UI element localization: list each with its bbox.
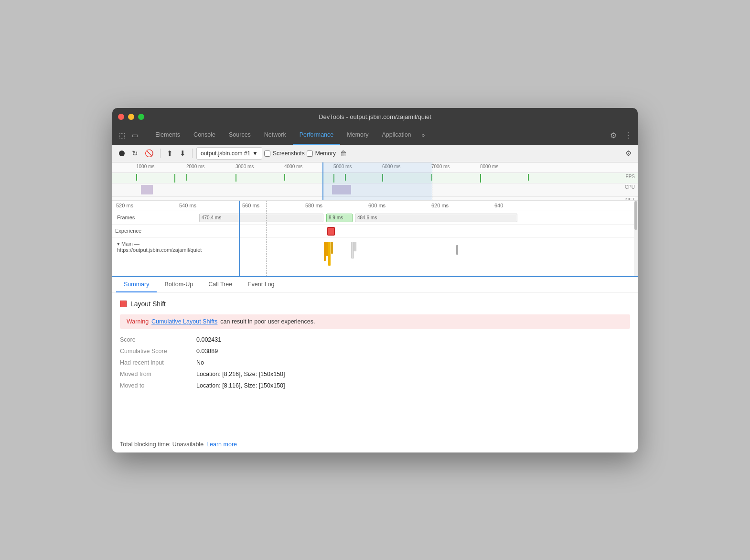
url-text: output.jsbin.com #1 (201, 150, 250, 157)
tab-network[interactable]: Network (257, 126, 293, 145)
detail-label-540: 540 ms (179, 203, 196, 208)
screenshots-checkbox[interactable] (264, 151, 270, 157)
tab-bar: ⬚ ▭ Elements Console Sources Network Per… (112, 126, 638, 145)
memory-checkbox-label[interactable]: Memory (307, 150, 336, 157)
fps-tick (333, 174, 334, 183)
score-item: Score 0.002431 (120, 336, 630, 343)
fps-tick (345, 174, 346, 181)
net-track: NET (112, 197, 638, 201)
ruler-label-8000: 8000 ms (480, 164, 498, 169)
detail-timeline: 520 ms 540 ms 560 ms 580 ms 600 ms 620 m… (112, 201, 638, 277)
devtools-window: DevTools - output.jsbin.com/zajamil/quie… (112, 108, 638, 452)
frame-bar-1: 470.4 ms (199, 214, 323, 222)
main-row-content (198, 238, 638, 276)
cpu-bar (141, 185, 153, 194)
fps-track: FPS (112, 173, 638, 183)
overview-track[interactable]: 1000 ms 2000 ms 3000 ms 4000 ms 5000 ms … (112, 162, 638, 201)
screenshots-label: Screenshots (273, 150, 305, 157)
ruler-label-2000: 2000 ms (186, 164, 204, 169)
cumulative-layout-shifts-link[interactable]: Cumulative Layout Shifts (151, 318, 217, 325)
download-button[interactable]: ⬇ (177, 148, 188, 159)
detail-label-600: 600 ms (368, 203, 386, 208)
overview-ruler: 1000 ms 2000 ms 3000 ms 4000 ms 5000 ms … (112, 162, 638, 173)
tab-console[interactable]: Console (187, 126, 222, 145)
net-label: NET (625, 197, 635, 201)
screenshots-checkbox-label[interactable]: Screenshots (264, 150, 305, 157)
maximize-button[interactable] (138, 114, 144, 120)
minimize-button[interactable] (128, 114, 134, 120)
memory-checkbox[interactable] (307, 151, 313, 157)
fps-tick (186, 174, 187, 181)
frame-bar-2: 8.9 ms (326, 214, 353, 222)
cumulative-value: 0.03889 (196, 348, 218, 355)
experience-content (198, 225, 638, 237)
clear-button[interactable]: 🚫 (142, 148, 156, 159)
reload-button[interactable]: ↻ (129, 148, 140, 159)
record-button[interactable] (116, 149, 128, 158)
warning-text: can result in poor user experiences. (220, 318, 315, 325)
tab-event-log[interactable]: Event Log (240, 277, 282, 292)
tab-more[interactable]: » (418, 132, 429, 139)
fps-tick (431, 174, 432, 181)
device-icon[interactable]: ▭ (129, 129, 141, 141)
fps-tick (382, 174, 383, 182)
fps-tick (528, 174, 529, 181)
frame3-text: 484.6 ms (357, 215, 377, 220)
ruler-label-1000: 1000 ms (136, 164, 154, 169)
cumulative-label: Cumulative Score (120, 348, 196, 355)
settings-icon[interactable]: ⚙ (608, 129, 619, 142)
input-label: Had recent input (120, 359, 196, 366)
flame-bar-4 (331, 242, 333, 254)
tab-sources[interactable]: Sources (222, 126, 257, 145)
detail-label-580: 580 ms (305, 203, 322, 208)
ruler-label-7000: 7000 ms (431, 164, 450, 169)
ruler-label-3000: 3000 ms (236, 164, 254, 169)
upload-button[interactable]: ⬆ (164, 148, 175, 159)
layout-shift-header: Layout Shift (120, 300, 630, 308)
tab-call-tree[interactable]: Call Tree (201, 277, 240, 292)
tab-summary[interactable]: Summary (116, 277, 157, 292)
moved-from-label: Moved from (120, 371, 196, 377)
score-label: Score (120, 336, 196, 343)
tab-bar-icons: ⬚ ▭ (116, 129, 141, 141)
warning-banner: Warning Cumulative Layout Shifts can res… (120, 314, 630, 329)
inspect-icon[interactable]: ⬚ (116, 129, 128, 141)
nav-tabs: Elements Console Sources Network Perform… (149, 126, 608, 145)
fps-tick (284, 174, 285, 181)
window-title: DevTools - output.jsbin.com/zajamil/quie… (319, 113, 431, 120)
ruler-label-5000: 5000 ms (333, 164, 352, 169)
bottom-footer: Total blocking time: Unavailable Learn m… (112, 436, 638, 452)
timeline-selection-line (239, 201, 240, 276)
scrollbar-thumb[interactable] (634, 201, 637, 230)
frames-label: Frames (112, 215, 198, 220)
tab-elements[interactable]: Elements (149, 126, 187, 145)
flame-bar-3 (328, 242, 331, 266)
detail-ruler: 520 ms 540 ms 560 ms 580 ms 600 ms 620 m… (112, 201, 638, 211)
experience-row: Experience (112, 225, 638, 238)
frame2-text: 8.9 ms (329, 215, 343, 220)
tab-memory[interactable]: Memory (340, 126, 375, 145)
experience-label: Experience (112, 228, 198, 234)
more-options-icon[interactable]: ⋮ (622, 129, 634, 142)
timeline-selection-end (266, 201, 267, 276)
close-button[interactable] (118, 114, 124, 120)
tab-bar-right: ⚙ ⋮ (608, 129, 634, 142)
fps-tick (174, 174, 175, 183)
title-bar: DevTools - output.jsbin.com/zajamil/quie… (112, 108, 638, 126)
tab-application[interactable]: Application (375, 126, 418, 145)
clear-recordings-button[interactable]: 🗑 (338, 148, 349, 159)
learn-more-link[interactable]: Learn more (206, 441, 237, 448)
main-row-label: ▾ Main — https://output.jsbin.com/zajami… (112, 238, 198, 276)
flame-bar-1 (324, 242, 326, 261)
ruler-label-6000: 6000 ms (382, 164, 400, 169)
perf-settings-icon[interactable]: ⚙ (623, 148, 634, 159)
traffic-lights (118, 114, 144, 120)
moved-from-value: Location: [8,216], Size: [150x150] (196, 371, 285, 377)
cpu-bar (332, 185, 351, 194)
flame-bar-6 (354, 242, 356, 251)
tab-performance[interactable]: Performance (293, 126, 341, 145)
timeline-scrollbar[interactable] (634, 201, 638, 276)
url-selector[interactable]: output.jsbin.com #1 ▼ (196, 147, 262, 160)
frame-bar-3: 484.6 ms (355, 214, 517, 222)
tab-bottom-up[interactable]: Bottom-Up (157, 277, 201, 292)
